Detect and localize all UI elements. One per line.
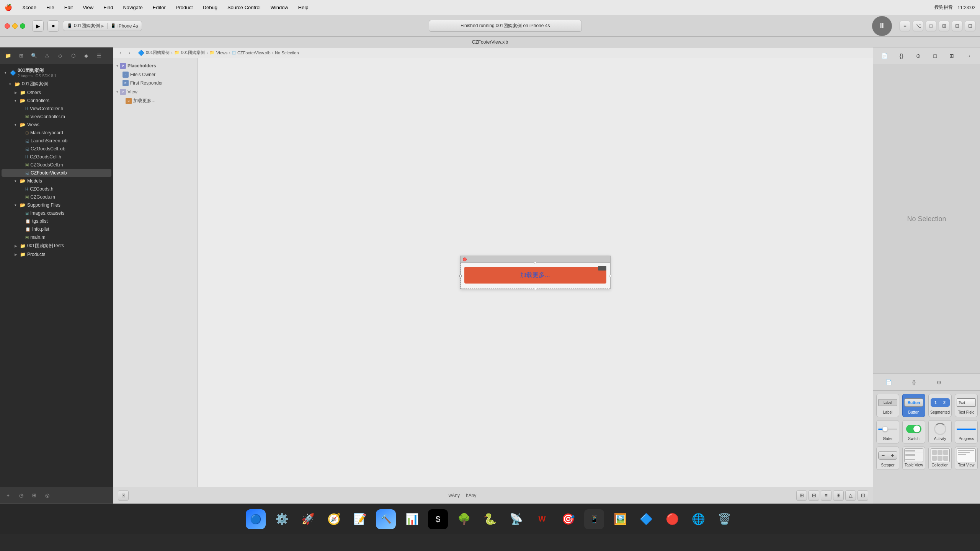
library-item-text[interactable]: Text Text Field: [955, 394, 978, 417]
library-item-progress[interactable]: Progress: [955, 420, 978, 443]
resize-handle-left[interactable]: [459, 275, 462, 277]
dock-app11[interactable]: 🌐: [688, 509, 708, 529]
tree-tgs-plist[interactable]: 📋 tgs.plist: [2, 217, 111, 225]
xib-frame-close[interactable]: [463, 258, 467, 261]
dock-system-prefs[interactable]: ⚙️: [272, 509, 292, 529]
zoom-fit-button[interactable]: ⊡: [118, 490, 129, 501]
library-item-textview[interactable]: Text View: [955, 447, 978, 470]
scheme-selector[interactable]: 📱 001团购案例 ▶ 📱 iPhone 4s: [63, 21, 142, 31]
filter-type-button[interactable]: ⊞: [29, 491, 39, 500]
breadcrumb-project[interactable]: 001团购案例: [146, 50, 170, 55]
tree-main-m[interactable]: M main.m: [2, 233, 111, 241]
dock-onenote[interactable]: 📊: [402, 509, 422, 529]
tree-czgoods-h[interactable]: H CZGoods.h: [2, 185, 111, 193]
debug-toggle-button[interactable]: ⌥: [913, 21, 923, 31]
library-tab-1[interactable]: 📄: [884, 377, 894, 388]
library-tab-2[interactable]: {}: [909, 377, 920, 388]
tree-czgoodscell-xib[interactable]: ◱ CZGoodsCell.xib: [2, 145, 111, 153]
breadcrumb-selection[interactable]: No Selection: [275, 51, 299, 55]
size-inspector-tab[interactable]: ⊞: [946, 51, 957, 61]
dock-safari[interactable]: 🧭: [324, 509, 344, 529]
dock-sourcetree[interactable]: 🌳: [454, 509, 474, 529]
dock-preview[interactable]: 🖼️: [610, 509, 630, 529]
library-tab-4[interactable]: □: [959, 377, 970, 388]
breadcrumb-back-button[interactable]: ‹: [116, 49, 124, 57]
tree-group-main[interactable]: ▾ 📂 001团购案例: [2, 80, 111, 88]
tree-controllers-item[interactable]: ▾ 📂 Controllers: [2, 97, 111, 104]
view-disclosure[interactable]: ▾: [116, 90, 118, 94]
file-inspector-tab[interactable]: 📄: [879, 51, 890, 61]
tree-models-item[interactable]: ▾ 📂 Models: [2, 177, 111, 185]
minimize-button[interactable]: [12, 23, 18, 29]
connections-inspector-tab[interactable]: →: [963, 51, 974, 61]
fullscreen-button[interactable]: [20, 23, 25, 29]
view-section[interactable]: ▾ V View: [113, 87, 197, 96]
layout-version-button[interactable]: ⊡: [965, 21, 975, 31]
library-item-slider[interactable]: Slider: [876, 420, 899, 443]
dock-instruments[interactable]: 🎯: [558, 509, 578, 529]
nav-symbol-icon[interactable]: ⊞: [16, 51, 26, 61]
library-item-label[interactable]: Label Label: [876, 394, 899, 417]
dock-trash[interactable]: 🗑️: [714, 509, 734, 529]
breadcrumb-views[interactable]: Views: [216, 51, 227, 55]
tree-tests-item[interactable]: ▶ 📁 001团购案例Tests: [2, 241, 111, 250]
xib-button[interactable]: 加载更多...: [464, 267, 606, 284]
quick-help-tab[interactable]: {}: [896, 51, 907, 61]
utilities-toggle-button[interactable]: □: [926, 21, 936, 31]
breadcrumb-group[interactable]: 001团购案例: [181, 50, 205, 55]
nav-issues-icon[interactable]: ⚠: [42, 51, 52, 61]
add-file-button[interactable]: +: [3, 491, 13, 500]
tree-main-storyboard[interactable]: ⊞ Main.storyboard: [2, 129, 111, 137]
tree-czfooterview-xib[interactable]: ◱ CZFooterView.xib: [2, 169, 111, 177]
xib-canvas[interactable]: 加载更多...: [198, 58, 873, 487]
tree-czgoodscell-h[interactable]: H CZGoodsCell.h: [2, 153, 111, 161]
menu-navigate[interactable]: Navigate: [121, 4, 144, 11]
dock-finder[interactable]: 🔵: [246, 509, 266, 529]
grid-toggle-button[interactable]: ⊞: [796, 490, 807, 501]
menu-edit[interactable]: Edit: [63, 4, 74, 11]
tree-viewcontroller-h[interactable]: H ViewController.h: [2, 105, 111, 112]
menu-find[interactable]: Find: [102, 4, 114, 11]
menu-debug[interactable]: Debug: [201, 4, 219, 11]
nav-project-icon[interactable]: 📁: [3, 51, 13, 61]
menu-source-control[interactable]: Source Control: [226, 4, 262, 11]
resize-handle-right[interactable]: [609, 275, 611, 277]
pin-button[interactable]: ⊞: [833, 490, 844, 501]
breadcrumb-file[interactable]: CZFooterView.xib: [237, 51, 271, 55]
stop-button[interactable]: ■: [47, 20, 59, 32]
dock-xcode[interactable]: 🔨: [376, 509, 396, 529]
dock-app9[interactable]: 🔷: [636, 509, 656, 529]
nav-log-icon[interactable]: ☰: [94, 51, 104, 61]
tree-viewcontroller-m[interactable]: M ViewController.m: [2, 113, 111, 121]
library-item-activity[interactable]: Activity: [928, 420, 952, 443]
dock-terminal[interactable]: $: [428, 509, 448, 529]
tree-czgoods-m[interactable]: M CZGoods.m: [2, 193, 111, 201]
dock-notes[interactable]: 📝: [350, 509, 370, 529]
resolve-button[interactable]: △: [845, 490, 856, 501]
menu-product[interactable]: Product: [174, 4, 194, 11]
navigator-toggle-button[interactable]: ≡: [900, 21, 910, 31]
attributes-inspector-tab[interactable]: □: [929, 51, 940, 61]
tree-info-plist[interactable]: 📋 Info.plist: [2, 225, 111, 233]
nav-search-icon[interactable]: 🔍: [29, 51, 39, 61]
apple-menu-icon[interactable]: 🍎: [5, 4, 12, 11]
resize-handle-bottom[interactable]: [534, 288, 536, 290]
nav-breakpoints-icon[interactable]: ◆: [81, 51, 91, 61]
tree-supporting-files-item[interactable]: ▾ 📂 Supporting Files: [2, 201, 111, 209]
layout-standard-button[interactable]: ⊞: [939, 21, 949, 31]
dock-pythonista[interactable]: 🐍: [480, 509, 500, 529]
menu-editor[interactable]: Editor: [151, 4, 167, 11]
identity-inspector-tab[interactable]: ⊙: [913, 51, 924, 61]
button-item[interactable]: B 加载更多...: [113, 96, 197, 105]
nav-test-icon[interactable]: ◇: [55, 51, 65, 61]
library-tab-3[interactable]: ⊙: [934, 377, 944, 388]
tree-images-xcassets[interactable]: ⊞ Images.xcassets: [2, 209, 111, 217]
menu-view[interactable]: View: [81, 4, 95, 11]
library-item-stepper[interactable]: − + Stepper: [876, 447, 899, 470]
tree-views-item[interactable]: ▾ 📂 Views: [2, 121, 111, 129]
menu-xcode[interactable]: Xcode: [21, 4, 38, 11]
tree-launchscreen-xib[interactable]: ◱ LaunchScreen.xib: [2, 137, 111, 145]
first-responder-item[interactable]: R First Responder: [113, 79, 197, 87]
pause-button[interactable]: ⏸: [872, 16, 892, 36]
close-button[interactable]: [5, 23, 10, 29]
